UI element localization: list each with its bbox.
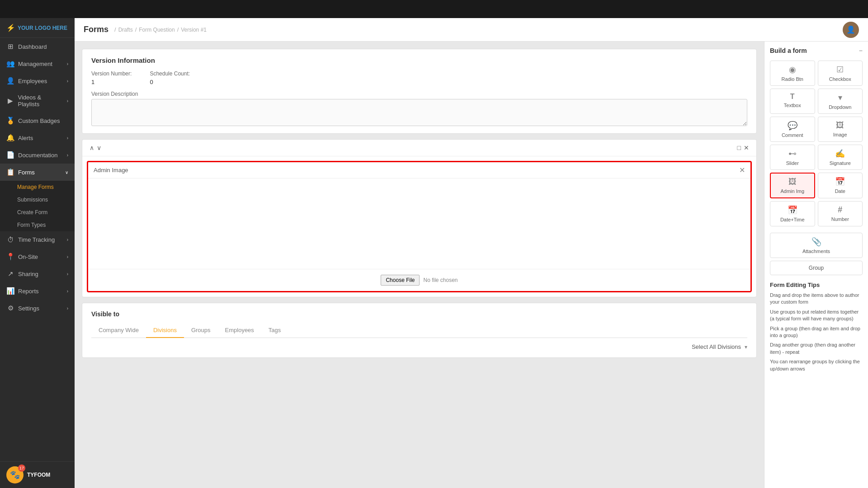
tool-date-time[interactable]: 📅 Date+Time: [770, 201, 815, 226]
panel-title: Build a form: [770, 47, 807, 54]
tool-image[interactable]: 🖼 Image: [818, 117, 863, 142]
arrow-up-button[interactable]: ∧: [90, 144, 94, 151]
version-number-value: 1: [91, 79, 132, 85]
tip-4: Drag another group (then drag another it…: [770, 342, 863, 356]
group-button[interactable]: Group: [770, 261, 863, 275]
sidebar-item-label: Documentation: [18, 152, 57, 159]
tab-employees[interactable]: Employees: [218, 323, 261, 338]
chevron-right-icon: ›: [67, 306, 68, 311]
sidebar-item-documentation[interactable]: 📄 Documentation ›: [0, 146, 75, 164]
page-header: Forms / Drafts / Form Question / Version…: [75, 18, 868, 42]
tyfoom-label: TYFOOM: [27, 472, 50, 478]
sidebar-item-employees[interactable]: 👤 Employees ›: [0, 72, 75, 89]
sidebar-item-label: Dashboard: [18, 43, 47, 50]
visible-to-tabs: Company Wide Divisions Groups Employees …: [91, 323, 747, 338]
dialog-close-button[interactable]: ✕: [739, 166, 745, 174]
tool-slider[interactable]: ⊷ Slider: [770, 145, 815, 170]
tyfoom-badge[interactable]: 🐾 17: [6, 466, 24, 483]
question-card: ∧ ∨ □ ✕ Admin Image ✕: [82, 139, 757, 297]
chevron-down-icon: ∨: [65, 170, 68, 175]
tab-divisions[interactable]: Divisions: [146, 323, 184, 338]
sidebar-item-label: Management: [18, 61, 52, 67]
date-icon: 📅: [835, 177, 845, 187]
tool-number[interactable]: # Number: [818, 201, 863, 226]
dialog-title: Admin Image: [94, 167, 128, 174]
tool-label: Checkbox: [829, 76, 851, 82]
sidebar-item-manage-forms[interactable]: Manage Forms: [0, 181, 75, 193]
tool-label: Image: [833, 132, 847, 137]
sidebar-item-management[interactable]: 👥 Management ›: [0, 55, 75, 72]
alerts-icon: 🔔: [6, 134, 14, 142]
sidebar-item-label: Reports: [18, 288, 39, 295]
panel-collapse-button[interactable]: −: [859, 47, 863, 54]
tool-label: Signature: [830, 160, 851, 166]
right-panel: Build a form − ◉ Radio Btn ☑ Checkbox T …: [764, 42, 868, 488]
date-time-icon: 📅: [788, 205, 797, 215]
panel-header: Build a form −: [770, 47, 863, 54]
tool-label: Admin Img: [780, 188, 804, 194]
sidebar-item-on-site[interactable]: 📍 On-Site ›: [0, 248, 75, 265]
dialog-header: Admin Image ✕: [88, 162, 750, 178]
tool-label: Attachments: [802, 249, 830, 254]
videos-icon: ▶: [6, 97, 14, 105]
tool-attachments[interactable]: 📎 Attachments: [770, 233, 863, 258]
choose-file-button[interactable]: Choose File: [381, 275, 420, 286]
tab-groups[interactable]: Groups: [184, 323, 218, 338]
schedule-count-label: Schedule Count:: [150, 70, 190, 77]
sidebar-item-videos[interactable]: ▶ Videos & Playlists ›: [0, 89, 75, 112]
sidebar-item-alerts[interactable]: 🔔 Alerts ›: [0, 129, 75, 146]
question-actions: □ ✕: [737, 144, 749, 151]
sidebar: ⚡ YOUR LOGO HERE ⊞ Dashboard 👥 Managemen…: [0, 18, 75, 488]
forms-submenu: Manage Forms Submissions Create Form For…: [0, 181, 75, 231]
tool-textbox[interactable]: T Textbox: [770, 89, 815, 114]
tool-radio-btn[interactable]: ◉ Radio Btn: [770, 61, 815, 86]
reports-icon: 📊: [6, 287, 14, 295]
settings-icon: ⚙: [6, 304, 14, 312]
page-title: Forms: [84, 25, 108, 34]
attachments-icon: 📎: [811, 237, 821, 247]
tool-comment[interactable]: 💬 Comment: [770, 117, 815, 142]
sidebar-bottom: 🐾 17 TYFOOM: [0, 461, 75, 488]
tool-label: Slider: [786, 160, 799, 166]
tool-date[interactable]: 📅 Date: [818, 173, 863, 198]
tips-title: Form Editing Tips: [770, 282, 863, 288]
sidebar-item-form-types[interactable]: Form Types: [0, 219, 75, 231]
tool-signature[interactable]: ✍ Signature: [818, 145, 863, 170]
select-all-button[interactable]: Select All Divisions: [692, 343, 741, 350]
tab-company-wide[interactable]: Company Wide: [91, 323, 146, 338]
sidebar-item-label: Videos & Playlists: [18, 94, 63, 108]
sidebar-item-settings[interactable]: ⚙ Settings ›: [0, 300, 75, 317]
version-desc-input[interactable]: [91, 99, 747, 126]
breadcrumb-version[interactable]: Version #1: [181, 27, 207, 33]
expand-button[interactable]: □: [737, 144, 741, 151]
signature-icon: ✍: [835, 149, 845, 159]
version-desc-field: Version Description: [91, 91, 747, 126]
sidebar-item-time-tracking[interactable]: ⏱ Time Tracking ›: [0, 231, 75, 248]
sidebar-item-submissions[interactable]: Submissions: [0, 193, 75, 206]
sidebar-item-label: Alerts: [18, 135, 33, 141]
sidebar-item-reports[interactable]: 📊 Reports ›: [0, 282, 75, 300]
radio-btn-icon: ◉: [789, 65, 796, 75]
user-avatar[interactable]: 👤: [843, 22, 859, 38]
tip-3: Pick a group (then drag an item and drop…: [770, 325, 863, 339]
breadcrumb-drafts[interactable]: Drafts: [118, 27, 133, 33]
visible-to-footer: Select All Divisions ▾: [91, 343, 747, 350]
tool-admin-img[interactable]: 🖼 Admin Img: [770, 173, 815, 198]
sidebar-item-forms[interactable]: 📋 Forms ∨: [0, 164, 75, 181]
documentation-icon: 📄: [6, 151, 14, 159]
on-site-icon: 📍: [6, 253, 14, 261]
checkbox-icon: ☑: [836, 65, 844, 75]
sidebar-item-sharing[interactable]: ↗ Sharing ›: [0, 265, 75, 282]
close-card-button[interactable]: ✕: [744, 144, 749, 151]
sidebar-item-dashboard[interactable]: ⊞ Dashboard: [0, 38, 75, 55]
arrow-down-button[interactable]: ∨: [97, 144, 101, 151]
forms-icon: 📋: [6, 168, 14, 176]
sidebar-item-custom-badges[interactable]: 🏅 Custom Badges: [0, 112, 75, 129]
breadcrumb-form-question[interactable]: Form Question: [139, 27, 175, 33]
tool-checkbox[interactable]: ☑ Checkbox: [818, 61, 863, 86]
tab-tags[interactable]: Tags: [261, 323, 288, 338]
version-number-field: Version Number: 1: [91, 70, 132, 85]
sidebar-item-create-form[interactable]: Create Form: [0, 206, 75, 219]
tool-dropdown[interactable]: ▾ Dropdown: [818, 89, 863, 114]
tools-grid: ◉ Radio Btn ☑ Checkbox T Textbox ▾ Dropd…: [770, 61, 863, 226]
